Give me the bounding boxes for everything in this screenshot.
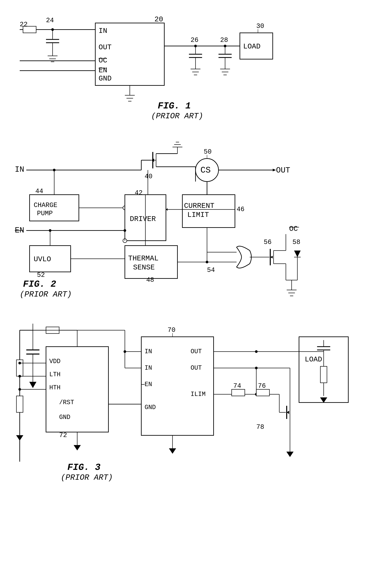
svg-text:OUT: OUT <box>190 348 202 355</box>
svg-text:46: 46 <box>236 206 244 213</box>
svg-text:54: 54 <box>207 266 215 274</box>
svg-text:CURRENT: CURRENT <box>184 202 214 210</box>
svg-text:70: 70 <box>168 326 176 334</box>
svg-marker-131 <box>294 250 301 257</box>
svg-point-239 <box>255 367 258 369</box>
svg-text:HTH: HTH <box>49 384 60 391</box>
svg-text:26: 26 <box>190 36 198 44</box>
svg-point-115 <box>49 229 52 232</box>
svg-text:LTH: LTH <box>49 371 60 378</box>
svg-text:44: 44 <box>35 188 43 195</box>
svg-text:20: 20 <box>154 15 163 24</box>
svg-text:78: 78 <box>256 423 264 431</box>
svg-point-63 <box>53 169 56 171</box>
svg-marker-153 <box>30 382 36 388</box>
svg-text:FIG. 2: FIG. 2 <box>23 279 56 290</box>
svg-text:GND: GND <box>144 404 156 411</box>
figure-3: VDD LTH HTH /RST GND 72 <box>10 314 382 495</box>
svg-text:/RST: /RST <box>59 399 74 406</box>
svg-marker-224 <box>287 452 293 457</box>
svg-text:ILIM: ILIM <box>190 391 206 398</box>
svg-text:28: 28 <box>220 36 228 44</box>
svg-point-236 <box>255 350 258 353</box>
svg-rect-231 <box>320 366 327 383</box>
svg-text:CHARGE: CHARGE <box>34 202 57 209</box>
svg-text:(PRIOR ART): (PRIOR ART) <box>20 290 72 299</box>
svg-text:LOAD: LOAD <box>305 355 322 364</box>
svg-marker-160 <box>16 435 23 440</box>
svg-text:52: 52 <box>37 272 45 279</box>
svg-rect-158 <box>16 396 23 412</box>
svg-text:IN: IN <box>98 27 107 35</box>
svg-text:SENSE: SENSE <box>133 263 155 272</box>
svg-text:LIMIT: LIMIT <box>187 211 209 219</box>
svg-text:56: 56 <box>264 238 272 246</box>
svg-text:40: 40 <box>144 173 152 180</box>
svg-text:74: 74 <box>233 382 241 390</box>
svg-text:(PRIOR ART): (PRIOR ART) <box>61 473 113 482</box>
figure-2: IN EN CHARGE PUMP 44 DRIVER <box>10 139 382 301</box>
svg-text:OUT: OUT <box>190 364 202 372</box>
svg-text:30: 30 <box>256 22 264 30</box>
svg-text:OUT: OUT <box>276 166 290 175</box>
svg-text:IN: IN <box>15 165 24 174</box>
svg-text:GND: GND <box>98 74 112 83</box>
svg-text:GND: GND <box>59 414 70 421</box>
svg-text:THERMAL: THERMAL <box>128 254 158 262</box>
svg-point-169 <box>18 362 21 364</box>
svg-point-48 <box>194 45 197 47</box>
svg-text:42: 42 <box>135 189 142 197</box>
svg-text:VDD: VDD <box>49 358 60 365</box>
svg-point-119 <box>206 261 208 263</box>
svg-text:DRIVER: DRIVER <box>130 215 156 223</box>
svg-point-142 <box>124 229 126 232</box>
svg-text:FIG. 1: FIG. 1 <box>158 101 191 111</box>
svg-text:58: 58 <box>292 238 300 246</box>
svg-text:76: 76 <box>258 382 266 390</box>
svg-text:EN: EN <box>98 66 107 74</box>
svg-text:CS: CS <box>200 166 210 175</box>
svg-text:IN: IN <box>144 348 152 355</box>
svg-marker-203 <box>169 448 176 454</box>
svg-text:OC: OC <box>98 56 107 64</box>
svg-text:48: 48 <box>146 276 154 284</box>
svg-marker-93 <box>273 169 276 171</box>
svg-text:OUT: OUT <box>98 43 112 52</box>
svg-text:(PRIOR ART): (PRIOR ART) <box>151 112 203 120</box>
svg-point-171 <box>18 375 21 378</box>
svg-rect-181 <box>141 337 214 435</box>
svg-marker-176 <box>74 445 80 450</box>
svg-point-196 <box>124 350 126 353</box>
svg-text:24: 24 <box>46 17 54 24</box>
svg-rect-213 <box>256 389 270 396</box>
svg-text:50: 50 <box>204 148 212 156</box>
svg-point-50 <box>51 28 54 31</box>
svg-rect-12 <box>23 26 36 33</box>
svg-text:FIG. 3: FIG. 3 <box>67 462 100 473</box>
svg-point-173 <box>18 388 21 391</box>
svg-text:EN: EN <box>144 381 152 388</box>
load-label: LOAD <box>243 42 260 50</box>
figure-1: IN OUT OC EN GND 20 22 24 <box>10 10 382 126</box>
svg-rect-208 <box>232 389 245 396</box>
svg-text:IN: IN <box>144 364 152 372</box>
svg-point-49 <box>224 45 226 47</box>
svg-text:PUMP: PUMP <box>37 210 53 217</box>
page: IN OUT OC EN GND 20 22 24 <box>0 0 392 587</box>
svg-text:72: 72 <box>59 432 67 439</box>
svg-text:OC: OC <box>289 225 298 233</box>
svg-text:UVLO: UVLO <box>34 255 51 263</box>
